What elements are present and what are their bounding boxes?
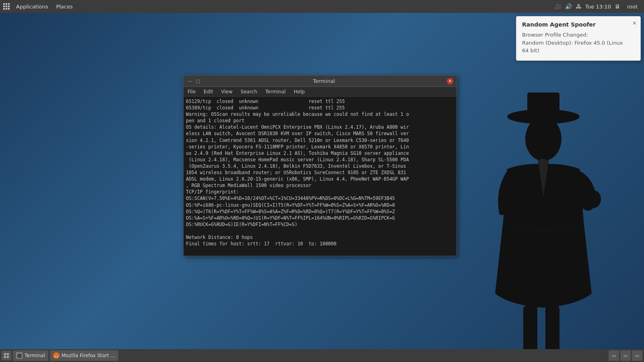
notification-close-button[interactable]: × bbox=[633, 20, 636, 27]
terminal-terminal-menu[interactable]: Terminal bbox=[261, 87, 290, 97]
svg-point-2 bbox=[525, 117, 561, 161]
close-button[interactable]: ✕ bbox=[447, 78, 453, 84]
clock: Tue 13:10 bbox=[585, 4, 611, 10]
svg-rect-1 bbox=[527, 93, 559, 121]
user-label[interactable]: root bbox=[624, 0, 641, 13]
terminal-menubar: File Edit View Search Terminal Help bbox=[184, 87, 456, 97]
places-menu[interactable]: Places bbox=[53, 0, 76, 13]
background-figure bbox=[459, 60, 612, 362]
taskbar-btn-2[interactable]: ▭ bbox=[620, 350, 631, 361]
top-right-tray: 🎥 🔊 🖧 Tue 13:10 🖥 root bbox=[554, 0, 641, 13]
terminal-view-menu[interactable]: View bbox=[217, 87, 236, 97]
volume-tray-icon[interactable]: 🔊 bbox=[564, 2, 572, 10]
maximize-button[interactable]: □ bbox=[195, 78, 201, 84]
network-tray-icon[interactable]: 🖧 bbox=[575, 2, 583, 10]
taskbar-firefox-label: Mozilla Firefox Start ... bbox=[62, 353, 115, 358]
notification-line1: Browser Profile Changed: bbox=[522, 32, 588, 38]
taskbar-btn-1[interactable]: ▭ bbox=[609, 350, 619, 361]
terminal-titlebar: — □ Terminal ✕ bbox=[184, 76, 456, 87]
taskbar-terminal-item[interactable]: ⬛ Terminal bbox=[13, 350, 48, 361]
notification-popup: × Random Agent Spoofer Browser Profile C… bbox=[516, 16, 641, 61]
minimize-button[interactable]: — bbox=[187, 78, 193, 84]
notification-line3: 64 bit) bbox=[522, 47, 539, 53]
taskbar-terminal-label: Terminal bbox=[25, 353, 45, 358]
terminal-window: — □ Terminal ✕ File Edit View Search Ter… bbox=[183, 75, 457, 256]
svg-rect-8 bbox=[7, 353, 9, 355]
desktop: × Random Agent Spoofer Browser Profile C… bbox=[0, 13, 644, 362]
video-tray-icon[interactable]: 🎥 bbox=[554, 2, 562, 10]
terminal-taskbar-icon: ⬛ bbox=[16, 352, 23, 359]
svg-rect-9 bbox=[4, 356, 6, 358]
notification-title: Random Agent Spoofer bbox=[522, 21, 635, 28]
svg-rect-7 bbox=[4, 353, 6, 355]
notification-line2: Random (Desktop): Firefox 45.0 (Linux bbox=[522, 40, 623, 46]
top-left-menu: Applications Places bbox=[3, 0, 76, 13]
svg-point-4 bbox=[586, 190, 601, 208]
apps-grid-icon bbox=[3, 3, 10, 10]
monitor-tray-icon[interactable]: 🖥 bbox=[613, 2, 621, 10]
applications-menu[interactable]: Applications bbox=[13, 0, 51, 13]
notification-body: Browser Profile Changed: Random (Desktop… bbox=[522, 31, 635, 55]
taskbar: ⬛ Terminal 🦊 Mozilla Firefox Start ... ▭… bbox=[0, 349, 644, 362]
terminal-search-menu[interactable]: Search bbox=[237, 87, 261, 97]
taskbar-btn-3[interactable]: ▭ bbox=[632, 350, 642, 361]
firefox-taskbar-icon: 🦊 bbox=[53, 352, 60, 359]
terminal-edit-menu[interactable]: Edit bbox=[200, 87, 217, 97]
terminal-title: Terminal bbox=[201, 78, 447, 84]
show-desktop-button[interactable] bbox=[2, 351, 11, 360]
svg-rect-10 bbox=[7, 356, 9, 358]
taskbar-right: ▭ ▭ ▭ bbox=[609, 350, 642, 361]
terminal-file-menu[interactable]: File bbox=[184, 87, 200, 97]
taskbar-firefox-item[interactable]: 🦊 Mozilla Firefox Start ... bbox=[50, 350, 118, 361]
top-panel: Applications Places 🎥 🔊 🖧 Tue 13:10 🖥 ro… bbox=[0, 0, 644, 13]
terminal-help-menu[interactable]: Help bbox=[290, 87, 309, 97]
terminal-content[interactable]: 65129/tcp closed unknown reset ttl 255 6… bbox=[184, 97, 456, 256]
